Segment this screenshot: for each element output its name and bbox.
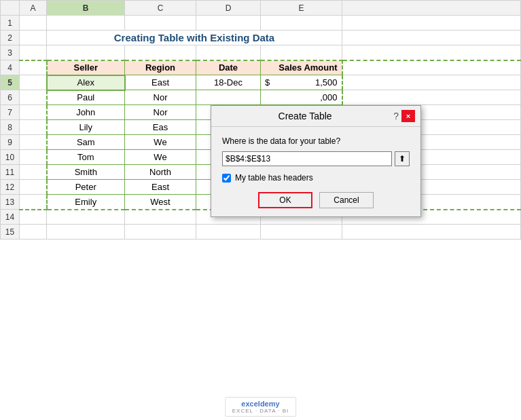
cell-C9-region[interactable]: We	[125, 135, 196, 150]
cell-C6-region[interactable]: Nor	[125, 90, 196, 105]
cell-C10-region[interactable]: We	[125, 150, 196, 165]
cell-A13[interactable]	[20, 195, 47, 210]
cell-A10[interactable]	[20, 150, 47, 165]
rownum-12: 12	[1, 180, 20, 195]
cell-A11[interactable]	[20, 165, 47, 180]
cell-C15[interactable]	[125, 225, 196, 240]
watermark-name: exceldemy	[232, 400, 289, 408]
cell-C14[interactable]	[125, 210, 196, 225]
cell-extra-3	[342, 45, 521, 60]
cell-A1[interactable]	[20, 16, 47, 31]
rownum-9: 9	[1, 135, 20, 150]
rownum-13: 13	[1, 195, 20, 210]
cell-B4-seller[interactable]: Seller	[47, 60, 125, 75]
cell-B10-seller[interactable]: Tom	[47, 150, 125, 165]
rownum-6: 6	[1, 90, 20, 105]
rownum-14: 14	[1, 210, 20, 225]
col-header-A[interactable]: A	[20, 1, 47, 16]
row-5: 5 Alex East 18-Dec $1,500	[1, 75, 521, 90]
cell-title: Creating Table with Existing Data	[47, 31, 342, 45]
cell-D15[interactable]	[196, 225, 261, 240]
cell-A8[interactable]	[20, 120, 47, 135]
cell-extra-6	[342, 90, 521, 105]
cell-B8-seller[interactable]: Lily	[47, 120, 125, 135]
cell-E6-amount[interactable]: ,000	[261, 90, 342, 105]
dialog-checkbox-label: My table has headers	[235, 173, 313, 183]
cell-extra-2	[342, 31, 521, 45]
col-header-D[interactable]: D	[196, 1, 261, 16]
cell-A5[interactable]	[20, 75, 47, 90]
watermark: exceldemy EXCEL · DATA · BI	[225, 397, 297, 417]
rownum-10: 10	[1, 150, 20, 165]
cell-B6-seller[interactable]: Paul	[47, 90, 125, 105]
cell-B1[interactable]	[47, 16, 125, 31]
cell-A9[interactable]	[20, 135, 47, 150]
cell-C12-region[interactable]: East	[125, 180, 196, 195]
cell-B12-seller[interactable]: Peter	[47, 180, 125, 195]
row-4-headers: 4 Seller Region Date Sales Amount	[1, 60, 521, 75]
cell-C3[interactable]	[125, 45, 196, 60]
dialog-question: Where is the data for your table?	[222, 136, 410, 146]
cell-A14[interactable]	[20, 210, 47, 225]
cell-D3[interactable]	[196, 45, 261, 60]
row-1: 1	[1, 16, 521, 31]
cell-C8-region[interactable]: Eas	[125, 120, 196, 135]
cell-E1[interactable]	[261, 16, 342, 31]
cell-D6-date[interactable]	[196, 90, 261, 105]
col-header-C[interactable]: C	[125, 1, 196, 16]
cell-A4[interactable]	[20, 60, 47, 75]
cell-extra-5	[342, 75, 521, 90]
dialog-close-button[interactable]: ×	[401, 110, 415, 122]
cell-B11-seller[interactable]: Smith	[47, 165, 125, 180]
dialog-ok-button[interactable]: OK	[258, 192, 312, 208]
cell-E5-amount[interactable]: $1,500	[261, 75, 342, 90]
col-header-B[interactable]: B	[47, 1, 125, 16]
cell-extra-1	[342, 16, 521, 31]
cell-A6[interactable]	[20, 90, 47, 105]
cell-A2[interactable]	[20, 31, 47, 45]
cell-D1[interactable]	[196, 16, 261, 31]
cell-C5-region[interactable]: East	[125, 75, 196, 90]
dialog-title: Create Table	[217, 111, 393, 121]
cell-A12[interactable]	[20, 180, 47, 195]
dialog-titlebar-icons: ? ×	[393, 110, 415, 122]
cell-A3[interactable]	[20, 45, 47, 60]
dialog-cancel-button[interactable]: Cancel	[319, 192, 374, 208]
dialog-titlebar: Create Table ? ×	[211, 106, 420, 127]
dialog-headers-checkbox[interactable]	[222, 174, 231, 183]
cell-D4-date[interactable]: Date	[196, 60, 261, 75]
col-header-E[interactable]: E	[261, 1, 342, 16]
cell-B14[interactable]	[47, 210, 125, 225]
rownum-8: 8	[1, 120, 20, 135]
dialog-help-icon[interactable]: ?	[393, 111, 399, 121]
cell-E3[interactable]	[261, 45, 342, 60]
cell-E15[interactable]	[261, 225, 342, 240]
row-3: 3	[1, 45, 521, 60]
cell-B13-seller[interactable]: Emily	[47, 195, 125, 210]
dialog-range-input[interactable]	[222, 151, 392, 166]
cell-B9-seller[interactable]: Sam	[47, 135, 125, 150]
cell-C11-region[interactable]: North	[125, 165, 196, 180]
dialog-expand-button[interactable]: ⬆	[395, 151, 410, 166]
cell-extra-4	[342, 60, 521, 75]
cell-A7[interactable]	[20, 105, 47, 120]
cell-B3[interactable]	[47, 45, 125, 60]
cell-C7-region[interactable]: Nor	[125, 105, 196, 120]
rownum-11: 11	[1, 165, 20, 180]
column-header-row: A B C D E	[1, 1, 521, 16]
cell-C1[interactable]	[125, 16, 196, 31]
cell-C4-region[interactable]: Region	[125, 60, 196, 75]
cell-D5-date[interactable]: 18-Dec	[196, 75, 261, 90]
row-15: 15	[1, 225, 521, 240]
col-header-extra	[342, 1, 521, 16]
cell-B7-seller[interactable]: John	[47, 105, 125, 120]
cell-C13-region[interactable]: West	[125, 195, 196, 210]
dialog-input-row: ⬆	[222, 151, 410, 166]
cell-B15[interactable]	[47, 225, 125, 240]
corner-cell	[1, 1, 20, 16]
rownum-15: 15	[1, 225, 20, 240]
cell-E4-sales[interactable]: Sales Amount	[261, 60, 342, 75]
cell-A15[interactable]	[20, 225, 47, 240]
cell-B5-seller[interactable]: Alex	[47, 75, 125, 90]
rownum-1: 1	[1, 16, 20, 31]
